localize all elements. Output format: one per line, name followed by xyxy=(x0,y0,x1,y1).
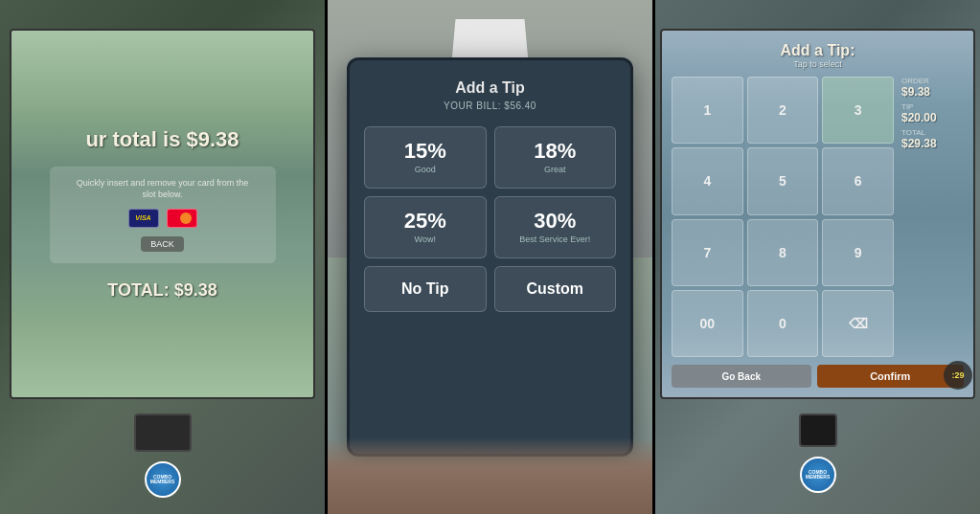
right-card-slot xyxy=(799,413,837,447)
left-combo-badge: COMBO MEMBERS xyxy=(145,461,181,498)
right-panel: Add a Tip: Tap to select 1 2 3 4 5 6 7 8… xyxy=(655,0,980,514)
order-value: $9.38 xyxy=(901,85,964,99)
tip-18-pct: 18% xyxy=(534,141,576,162)
timer-badge: :29 xyxy=(944,361,972,390)
key-00[interactable]: 00 xyxy=(672,290,743,357)
right-title: Add a Tip: xyxy=(672,42,964,59)
key-7[interactable]: 7 xyxy=(672,219,743,286)
card-instruction: Quickly insert and remove your card from… xyxy=(69,178,257,200)
right-actions: Go Back Confirm xyxy=(672,365,964,388)
total-label: TOTAL xyxy=(901,128,964,137)
total-value: $29.38 xyxy=(901,137,964,150)
order-label: ORDER xyxy=(901,77,964,85)
key-5[interactable]: 5 xyxy=(747,147,819,214)
tip-30-button[interactable]: 30% Best Service Ever! xyxy=(494,196,617,258)
no-tip-button[interactable]: No Tip xyxy=(364,266,487,312)
order-row: ORDER $9.38 xyxy=(901,77,964,99)
key-6[interactable]: 6 xyxy=(822,147,894,214)
back-button[interactable]: BACK xyxy=(141,236,184,252)
left-kiosk-bottom: COMBO MEMBERS xyxy=(0,399,325,514)
tip-bottom-row: No Tip Custom xyxy=(364,266,616,320)
tip-18-label: Great xyxy=(544,165,566,174)
left-total-text: ur total is $9.38 xyxy=(85,127,239,152)
tip-label: TIP xyxy=(901,102,964,111)
tip-25-pct: 25% xyxy=(404,211,446,232)
center-panel: Add a Tip YOUR BILL: $56.40 15% Good 18%… xyxy=(328,0,652,514)
tip-grid: 15% Good 18% Great 25% Wow! 30% Best Ser… xyxy=(364,126,616,258)
key-8[interactable]: 8 xyxy=(747,219,819,286)
mastercard-icon xyxy=(167,209,197,228)
tip-15-pct: 15% xyxy=(404,141,446,162)
tablet-bill: YOUR BILL: $56.40 xyxy=(444,101,536,111)
key-2[interactable]: 2 xyxy=(747,77,819,144)
right-totals: ORDER $9.38 TIP $20.00 TOTAL $29.38 xyxy=(901,77,964,357)
hand-area xyxy=(328,437,652,514)
right-kiosk-bottom: COMBO MEMBERS xyxy=(655,399,980,514)
left-card-slot xyxy=(134,413,192,452)
right-subtitle: Tap to select xyxy=(672,59,964,69)
total-row: TOTAL $29.38 xyxy=(901,128,964,150)
visa-icon: VISA xyxy=(128,209,159,228)
tip-15-label: Good xyxy=(415,165,436,174)
right-kiosk-screen: Add a Tip: Tap to select 1 2 3 4 5 6 7 8… xyxy=(660,29,975,399)
confirm-button[interactable]: Confirm xyxy=(817,365,965,388)
card-icons: VISA xyxy=(69,209,257,228)
tablet: Add a Tip YOUR BILL: $56.40 15% Good 18%… xyxy=(347,57,633,457)
card-area: Quickly insert and remove your card from… xyxy=(50,167,276,262)
tip-30-pct: 30% xyxy=(534,211,576,232)
tip-value: $20.00 xyxy=(901,111,964,124)
custom-tip-button[interactable]: Custom xyxy=(494,266,617,312)
tip-30-label: Best Service Ever! xyxy=(519,235,590,244)
key-3[interactable]: 3 xyxy=(822,77,894,144)
key-1[interactable]: 1 xyxy=(672,77,743,144)
tablet-title: Add a Tip xyxy=(455,79,525,97)
left-panel: ur total is $9.38 Quickly insert and rem… xyxy=(0,0,325,514)
right-combo-badge: COMBO MEMBERS xyxy=(800,457,836,493)
key-4[interactable]: 4 xyxy=(672,147,743,214)
tip-25-button[interactable]: 25% Wow! xyxy=(364,196,487,258)
svg-point-1 xyxy=(180,212,192,224)
key-0[interactable]: 0 xyxy=(747,290,819,357)
key-9[interactable]: 9 xyxy=(822,219,894,286)
left-kiosk-screen: ur total is $9.38 Quickly insert and rem… xyxy=(10,29,315,399)
go-back-button[interactable]: Go Back xyxy=(672,365,811,388)
right-content: 1 2 3 4 5 6 7 8 9 00 0 ⌫ ORDER $9.38 TIP xyxy=(672,77,964,357)
tip-15-button[interactable]: 15% Good xyxy=(364,126,487,189)
key-backspace[interactable]: ⌫ xyxy=(822,290,894,357)
numpad: 1 2 3 4 5 6 7 8 9 00 0 ⌫ xyxy=(672,77,894,357)
tip-row: TIP $20.00 xyxy=(901,102,964,124)
left-total-bottom: TOTAL: $9.38 xyxy=(107,280,217,301)
tip-18-button[interactable]: 18% Great xyxy=(494,126,617,189)
tip-25-label: Wow! xyxy=(415,235,436,244)
